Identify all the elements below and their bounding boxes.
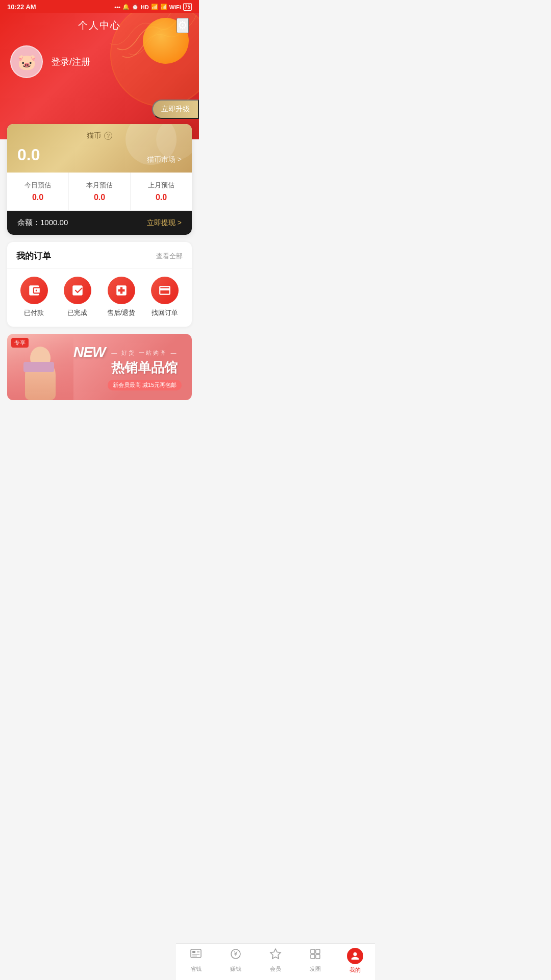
month-value: 0.0 <box>74 193 125 202</box>
aftersale-label: 售后/退货 <box>107 308 136 317</box>
profile-info: 登录/注册 <box>51 56 90 68</box>
promotional-banner[interactable]: 专享 NEW — 好货 一站购齐 — 热销单品馆 新会员最高 减15元再包邮 <box>7 334 192 400</box>
wallet-balance-row: 0.0 猫币市场 > <box>17 145 182 164</box>
month-label: 本月预估 <box>74 181 125 190</box>
completed-icon <box>64 277 91 304</box>
earnings-row: 今日预估 0.0 本月预估 0.0 上月预估 0.0 <box>7 173 192 211</box>
banner-main-title: 热销单品馆 <box>108 359 182 377</box>
page-title: 个人中心 <box>78 19 121 32</box>
order-completed[interactable]: 已完成 <box>64 277 91 317</box>
paid-label: 已付款 <box>24 308 44 317</box>
avatar[interactable]: 🐷 <box>10 45 43 78</box>
banner-subtitle: — 好货 一站购齐 — <box>108 349 182 357</box>
find-label: 找回订单 <box>152 308 178 317</box>
orders-section: 我的订单 查看全部 已付款 已完成 <box>7 242 192 327</box>
today-value: 0.0 <box>12 193 63 202</box>
order-grid: 已付款 已完成 售后/退货 <box>7 268 192 327</box>
upgrade-area: 立即升级 <box>0 88 199 114</box>
today-earning: 今日预估 0.0 <box>7 173 69 210</box>
banner-title-area: — 好货 一站购齐 — 热销单品馆 新会员最高 减15元再包邮 <box>108 349 182 390</box>
find-icon <box>151 277 179 304</box>
banner-description: 新会员最高 减15元再包邮 <box>108 380 182 390</box>
header-top: 个人中心 ⚙ <box>0 13 199 40</box>
settings-button[interactable]: ⚙ <box>177 18 189 33</box>
last-month-label: 上月预估 <box>136 181 187 190</box>
order-paid[interactable]: 已付款 <box>20 277 48 317</box>
completed-label: 已完成 <box>67 308 87 317</box>
status-time: 10:22 AM <box>7 3 36 11</box>
view-all-orders[interactable]: 查看全部 <box>156 252 183 261</box>
order-find[interactable]: 找回订单 <box>151 277 179 317</box>
month-earning: 本月预估 0.0 <box>69 173 131 210</box>
banner-new: NEW <box>73 344 105 360</box>
today-label: 今日预估 <box>12 181 63 190</box>
withdraw-link[interactable]: 立即提现 > <box>147 218 182 228</box>
status-icons: ••• 🔔 ⏰ HD 📶 📶 WiFi 75 <box>114 3 192 11</box>
wallet-label: 猫币 <box>87 131 101 140</box>
wallet-top: 猫币 ? 0.0 猫币市场 > <box>7 124 192 173</box>
market-link[interactable]: 猫币市场 > <box>147 155 182 164</box>
balance-text: 余额：1000.00 <box>17 218 68 228</box>
balance-row: 余额：1000.00 立即提现 > <box>7 211 192 235</box>
order-aftersale[interactable]: 售后/退货 <box>107 277 136 317</box>
wallet-label-row: 猫币 ? <box>17 131 182 140</box>
help-icon[interactable]: ? <box>104 132 112 140</box>
profile-section: 🐷 登录/注册 <box>0 40 199 88</box>
upgrade-button[interactable]: 立即升级 <box>152 100 199 119</box>
main-content: 猫币 ? 0.0 猫币市场 > 今日预估 0.0 本月预估 0.0 上月预估 0… <box>0 124 199 441</box>
wallet-card: 猫币 ? 0.0 猫币市场 > 今日预估 0.0 本月预估 0.0 上月预估 0… <box>7 124 192 235</box>
paid-icon <box>20 277 48 304</box>
login-link[interactable]: 登录/注册 <box>51 57 90 67</box>
banner-person <box>7 334 73 400</box>
aftersale-icon <box>108 277 135 304</box>
status-bar: 10:22 AM ••• 🔔 ⏰ HD 📶 📶 WiFi 75 <box>0 0 199 13</box>
orders-title: 我的订单 <box>16 250 51 262</box>
battery-indicator: 75 <box>183 3 192 11</box>
wallet-balance: 0.0 <box>17 145 40 164</box>
avatar-icon: 🐷 <box>17 53 36 71</box>
orders-header: 我的订单 查看全部 <box>7 242 192 268</box>
header-background: 个人中心 ⚙ 🐷 登录/注册 立即升级 <box>0 13 199 139</box>
last-month-earning: 上月预估 0.0 <box>131 173 192 210</box>
last-month-value: 0.0 <box>136 193 187 202</box>
